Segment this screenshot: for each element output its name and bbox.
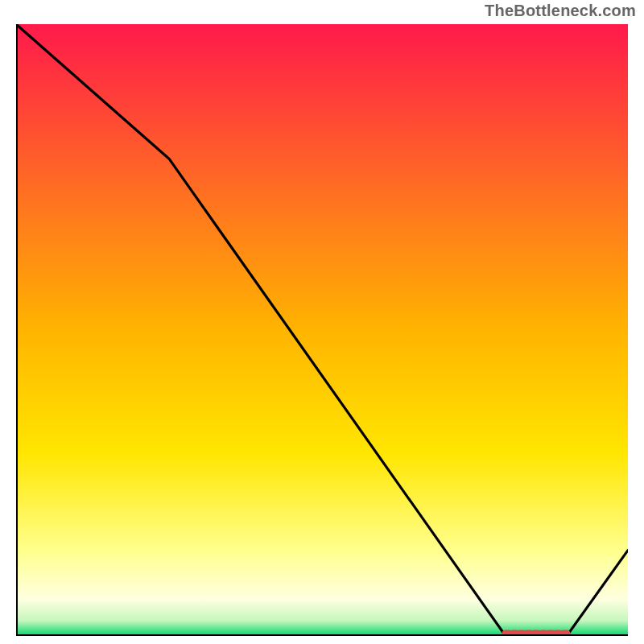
chart-svg [16, 24, 628, 636]
plot-area [16, 24, 628, 636]
gradient-background [16, 24, 628, 636]
chart-stage: TheBottleneck.com [0, 0, 644, 644]
attribution-label: TheBottleneck.com [485, 2, 636, 20]
